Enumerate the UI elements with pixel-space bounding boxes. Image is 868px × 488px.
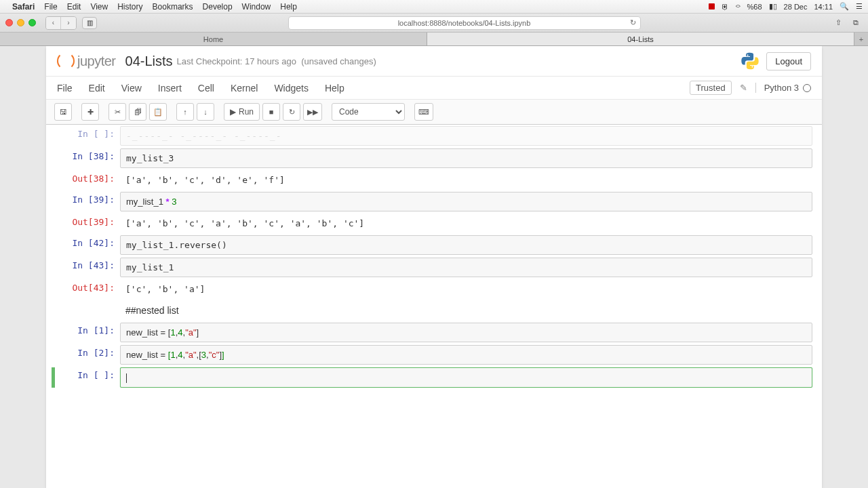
in-prompt: In [1]: [56, 323, 120, 342]
nb-menu-widgets[interactable]: Widgets [274, 83, 309, 94]
out-prompt: Out[38]: [56, 171, 120, 189]
app-menu: Safari File Edit View History Bookmarks … [12, 2, 297, 12]
tab-strip: Home 04-Lists + [0, 33, 868, 46]
command-palette-button[interactable]: ⌨ [414, 103, 433, 121]
nb-menu-view[interactable]: View [121, 83, 142, 94]
code-input[interactable]: my_list_1 [120, 258, 812, 277]
notebook-page: jupyter 04-Lists Last Checkpoint: 17 hou… [46, 46, 822, 488]
menu-file[interactable]: File [44, 2, 57, 12]
jupyter-orbit-icon [57, 52, 75, 70]
code-input[interactable] [120, 367, 812, 388]
time: 14:11 [814, 3, 833, 11]
notebook-toolbar: 🖫 ✚ ✂ 🗐 📋 ↑ ↓ ▶ Run ■ ↻ ▶▶ Code ⌨ [46, 100, 822, 125]
restart-run-button[interactable]: ▶▶ [303, 103, 322, 121]
in-prompt: In [39]: [56, 192, 120, 211]
kernel-status-icon [803, 84, 811, 92]
output-cell: Out[43]: ['c', 'b', 'a'] [56, 280, 812, 298]
menu-bookmarks[interactable]: Bookmarks [153, 2, 193, 12]
in-prompt: In [43]: [56, 258, 120, 277]
out-prompt: Out[43]: [56, 280, 120, 298]
code-cell[interactable]: In [2]: new_list = [1,4,"a",[3,"c"]] [56, 345, 812, 365]
nb-menu-insert[interactable]: Insert [158, 83, 182, 94]
menu-develop[interactable]: Develop [203, 2, 233, 12]
maximize-window-button[interactable] [28, 19, 36, 26]
menu-help[interactable]: Help [280, 2, 297, 12]
forward-button[interactable]: › [61, 17, 76, 29]
cut-button[interactable]: ✂ [108, 103, 126, 121]
nb-menu-help[interactable]: Help [325, 83, 344, 94]
share-icon[interactable]: ⇧ [831, 17, 845, 29]
battery-icon[interactable]: ▮▯ [769, 2, 777, 11]
menubar-right: Trusted ✎ Python 3 [690, 81, 811, 95]
copy-button[interactable]: 🗐 [129, 103, 146, 121]
code-cell[interactable]: In [ ]: -_----_- -_----_- -_----_- [56, 126, 812, 146]
menu-icon[interactable]: ☰ [856, 2, 863, 11]
code-cell[interactable]: In [1]: new_list = [1,4,"a"] [56, 323, 812, 342]
battery-percent: %68 [747, 3, 762, 11]
nb-menu-cell[interactable]: Cell [198, 83, 214, 94]
close-window-button[interactable] [5, 19, 13, 26]
code-cell[interactable]: In [38]: my_list_3 [56, 148, 812, 168]
insert-cell-button[interactable]: ✚ [81, 103, 99, 121]
notebook-menubar: File Edit View Insert Cell Kernel Widget… [46, 77, 822, 100]
kernel-name: Python 3 [764, 83, 799, 93]
notebook-title[interactable]: 04-Lists [125, 54, 173, 69]
app-name[interactable]: Safari [12, 2, 35, 12]
reload-icon[interactable]: ↻ [630, 18, 636, 27]
sidebar-button[interactable]: ▥ [82, 17, 97, 29]
wifi-icon[interactable]: ⌔ [736, 3, 741, 11]
text-cursor [126, 373, 127, 383]
shield-icon[interactable]: ⛨ [722, 3, 729, 11]
notebook-header: jupyter 04-Lists Last Checkpoint: 17 hou… [46, 46, 822, 77]
code-cell-active[interactable]: In [ ]: [56, 367, 812, 388]
output-cell: Out[39]: ['a', 'b', 'c', 'a', 'b', 'c', … [56, 214, 812, 232]
traffic-lights [5, 19, 36, 26]
in-prompt: In [ ]: [56, 126, 120, 146]
address-text: localhost:8888/notebooks/04-Lists.ipynb [398, 19, 531, 27]
run-button[interactable]: ▶ Run [224, 103, 260, 121]
code-cell[interactable]: In [42]: my_list_1.reverse() [56, 235, 812, 255]
edit-icon[interactable]: ✎ [740, 83, 747, 93]
code-input[interactable]: -_----_- -_----_- -_----_- [120, 126, 812, 146]
save-button[interactable]: 🖫 [54, 103, 72, 121]
code-cell[interactable]: In [43]: my_list_1 [56, 258, 812, 277]
spotlight-icon[interactable]: 🔍 [840, 2, 849, 11]
menu-edit[interactable]: Edit [67, 2, 81, 12]
page-container: jupyter 04-Lists Last Checkpoint: 17 hou… [0, 46, 868, 488]
restart-button[interactable]: ↻ [283, 103, 300, 121]
nav-buttons: ‹ › [45, 16, 77, 30]
address-bar[interactable]: localhost:8888/notebooks/04-Lists.ipynb … [288, 16, 641, 30]
back-button[interactable]: ‹ [46, 17, 61, 29]
record-icon[interactable] [709, 3, 715, 9]
code-input[interactable]: my_list_3 [120, 148, 812, 168]
minimize-window-button[interactable] [17, 19, 24, 26]
notebook-content: In [ ]: -_----_- -_----_- -_----_- In [3… [46, 125, 822, 411]
nb-menu-file[interactable]: File [57, 83, 73, 94]
code-input[interactable]: my_list_1.reverse() [120, 235, 812, 255]
code-cell[interactable]: In [39]: my_list_1 * 3 [56, 192, 812, 211]
markdown-cell[interactable]: ##nested list [56, 301, 812, 320]
nb-menu-kernel[interactable]: Kernel [231, 83, 258, 94]
kernel-badge[interactable]: Python 3 [755, 83, 811, 93]
tab-home[interactable]: Home [0, 33, 427, 45]
menu-window[interactable]: Window [242, 2, 271, 12]
toolbar-right: ⇧ ⧉ [831, 17, 863, 29]
code-input[interactable]: new_list = [1,4,"a",[3,"c"]] [120, 345, 812, 365]
jupyter-logo[interactable]: jupyter [57, 52, 116, 70]
logout-button[interactable]: Logout [766, 52, 811, 70]
interrupt-button[interactable]: ■ [262, 103, 280, 121]
paste-button[interactable]: 📋 [149, 103, 167, 121]
code-input[interactable]: my_list_1 * 3 [120, 192, 812, 211]
tab-notebook[interactable]: 04-Lists [427, 33, 854, 45]
nb-menu-edit[interactable]: Edit [89, 83, 105, 94]
menu-history[interactable]: History [117, 2, 142, 12]
tabs-icon[interactable]: ⧉ [849, 17, 863, 29]
in-prompt: In [ ]: [56, 367, 120, 388]
new-tab-button[interactable]: + [854, 33, 868, 45]
celltype-select[interactable]: Code [332, 103, 405, 121]
move-up-button[interactable]: ↑ [176, 103, 194, 121]
move-down-button[interactable]: ↓ [197, 103, 214, 121]
code-input[interactable]: new_list = [1,4,"a"] [120, 323, 812, 342]
menu-view[interactable]: View [90, 2, 108, 12]
trusted-badge[interactable]: Trusted [690, 81, 732, 95]
